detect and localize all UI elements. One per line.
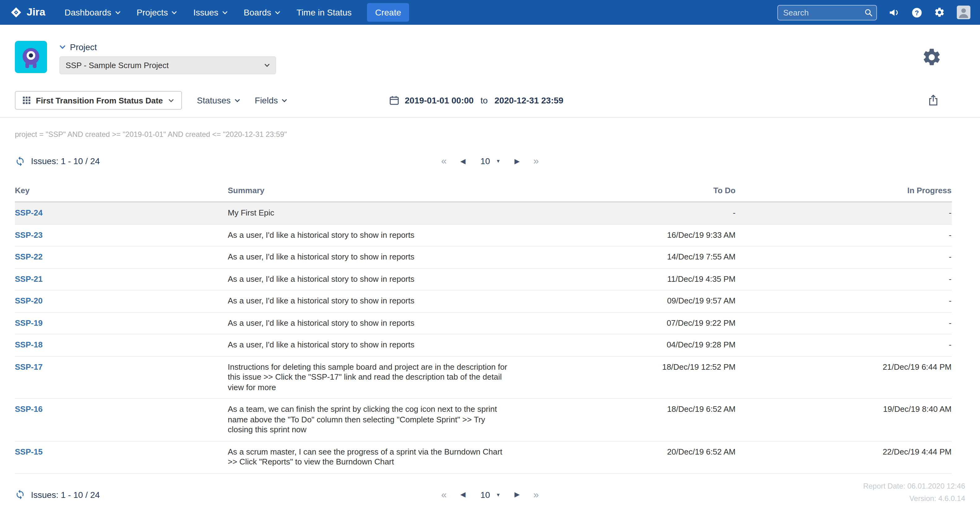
table-row: SSP-16 As a team, we can finish the spri… (15, 399, 951, 441)
refresh-icon[interactable] (15, 156, 25, 166)
issue-key-link[interactable]: SSP-17 (15, 362, 43, 371)
issues-table: Key Summary To Do In Progress SSP-24 My … (15, 177, 951, 473)
issue-key-cell: SSP-20 (15, 290, 228, 312)
column-header-summary[interactable]: Summary (228, 177, 527, 202)
first-page-button[interactable]: « (441, 156, 447, 166)
inprogress-date-cell: 22/Dec/19 4:44 PM (735, 441, 951, 473)
issue-key-link[interactable]: SSP-23 (15, 230, 43, 239)
inprogress-date-cell: - (735, 334, 951, 356)
nav-menu-item-label: Boards (244, 8, 271, 18)
inprogress-date-cell: - (735, 290, 951, 312)
chevron-down-icon (168, 97, 174, 103)
issue-key-link[interactable]: SSP-24 (15, 208, 43, 217)
statuses-dropdown[interactable]: Statuses (197, 95, 240, 105)
report-settings-gear-icon[interactable] (921, 47, 942, 70)
todo-date-cell: - (527, 202, 735, 224)
todo-date-cell: 14/Dec/19 7:55 AM (527, 246, 735, 268)
export-icon[interactable] (928, 95, 938, 106)
issue-key-link[interactable]: SSP-16 (15, 404, 43, 414)
gear-icon[interactable] (934, 7, 945, 18)
issues-bar-bottom: Issues: 1 - 10 / 24 « ◀ 10 ▾ ▶ » Report … (0, 482, 980, 507)
first-page-button[interactable]: « (441, 490, 447, 500)
search-icon[interactable] (864, 8, 872, 19)
pagination-top: « ◀ 10 ▾ ▶ » (441, 154, 539, 168)
chevron-down-icon: ▾ (497, 492, 500, 498)
issues-count-summary: Issues: 1 - 10 / 24 (31, 156, 100, 166)
next-page-button[interactable]: ▶ (515, 158, 520, 164)
issue-summary-cell: As a user, I'd like a historical story t… (228, 334, 527, 356)
top-nav: Jira Dashboards Projects (0, 0, 980, 25)
issue-key-cell: SSP-24 (15, 202, 228, 224)
project-label-row[interactable]: Project (59, 42, 276, 52)
svg-text:?: ? (915, 9, 918, 16)
search-box[interactable] (777, 5, 877, 20)
issues-bar-top: Issues: 1 - 10 / 24 « ◀ 10 ▾ ▶ » (0, 148, 980, 173)
issue-key-cell: SSP-21 (15, 268, 228, 290)
table-row: SSP-23 As a user, I'd like a historical … (15, 224, 951, 246)
date-range-picker[interactable]: 2019-01-01 00:00 to 2020-12-31 23:59 (389, 95, 563, 105)
nav-menu-item[interactable]: Dashboards (57, 0, 129, 25)
todo-date-cell: 18/Dec/19 6:52 AM (527, 399, 735, 441)
refresh-icon[interactable] (15, 489, 25, 500)
issue-key-link[interactable]: SSP-20 (15, 296, 43, 305)
nav-menu-item[interactable]: Issues (185, 0, 236, 25)
help-icon[interactable]: ? (911, 7, 922, 18)
fields-dropdown[interactable]: Fields (255, 95, 287, 105)
inprogress-date-cell: 21/Dec/19 6:44 PM (735, 356, 951, 399)
nav-menu-item[interactable]: Time in Status (288, 0, 360, 25)
main-menu: Dashboards Projects Issues (57, 0, 360, 25)
issues-count-summary: Issues: 1 - 10 / 24 (31, 490, 100, 500)
report-meta: Report Date: 06.01.2020 12:46 Version: 4… (863, 480, 965, 504)
issue-key-link[interactable]: SSP-22 (15, 252, 43, 261)
metric-selector-button[interactable]: First Transition From Status Date (15, 91, 182, 110)
project-avatar (15, 41, 47, 73)
pagination-bottom: « ◀ 10 ▾ ▶ » (441, 488, 539, 501)
issue-key-link[interactable]: SSP-21 (15, 274, 43, 283)
issue-summary-cell: As a user, I'd like a historical story t… (228, 312, 527, 334)
todo-date-cell: 07/Dec/19 9:22 PM (527, 312, 735, 334)
table-row: SSP-24 My First Epic - - (15, 202, 951, 224)
announcement-icon[interactable] (888, 8, 900, 18)
user-avatar[interactable] (956, 6, 970, 19)
issue-summary-text: As a team, we can finish the sprint by c… (228, 404, 508, 435)
table-row: SSP-19 As a user, I'd like a historical … (15, 312, 951, 334)
issue-summary-cell: As a user, I'd like a historical story t… (228, 224, 527, 246)
column-header-todo[interactable]: To Do (527, 177, 735, 202)
prev-page-button[interactable]: ◀ (460, 491, 465, 498)
todo-date-cell: 09/Dec/19 9:57 AM (527, 290, 735, 312)
issues-table-body: SSP-24 My First Epic - - SSP-23 As a use… (15, 202, 951, 473)
last-page-button[interactable]: » (533, 156, 539, 166)
column-header-inprogress[interactable]: In Progress (735, 177, 951, 202)
todo-date-cell: 11/Dec/19 4:35 PM (527, 268, 735, 290)
nav-menu-item[interactable]: Projects (129, 0, 185, 25)
report-date: Report Date: 06.01.2020 12:46 (863, 480, 965, 492)
jira-logo[interactable]: Jira (10, 6, 46, 19)
issue-summary-cell: As a scrum master, I can see the progres… (228, 441, 527, 473)
report-version: Version: 4.6.0.14 (863, 492, 965, 504)
last-page-button[interactable]: » (533, 490, 539, 500)
page-size-select[interactable]: 10 ▾ (479, 488, 501, 501)
create-button[interactable]: Create (367, 3, 409, 22)
page-size-value: 10 (480, 490, 490, 500)
inprogress-date-cell: - (735, 246, 951, 268)
table-row: SSP-17 Instructions for deleting this sa… (15, 356, 951, 399)
issue-key-cell: SSP-22 (15, 246, 228, 268)
column-header-key[interactable]: Key (15, 177, 228, 202)
issue-key-link[interactable]: SSP-19 (15, 318, 43, 327)
issue-summary-cell: As a user, I'd like a historical story t… (228, 268, 527, 290)
page-size-select[interactable]: 10 ▾ (479, 154, 501, 168)
issue-key-cell: SSP-18 (15, 334, 228, 356)
issue-summary-text: Instructions for deleting this sample bo… (228, 362, 508, 393)
issue-key-link[interactable]: SSP-15 (15, 447, 43, 456)
project-selector-group: Project SSP - Sample Scrum Project (59, 41, 276, 74)
prev-page-button[interactable]: ◀ (460, 158, 465, 164)
project-select[interactable]: SSP - Sample Scrum Project (59, 56, 276, 74)
next-page-button[interactable]: ▶ (515, 491, 520, 498)
chevron-down-icon (59, 44, 65, 50)
search-input[interactable] (777, 5, 877, 20)
issue-summary-text: As a scrum master, I can see the progres… (228, 447, 508, 467)
chevron-down-icon (115, 10, 121, 15)
metric-selector-label: First Transition From Status Date (36, 96, 163, 105)
issue-key-link[interactable]: SSP-18 (15, 340, 43, 349)
nav-menu-item[interactable]: Boards (236, 0, 289, 25)
